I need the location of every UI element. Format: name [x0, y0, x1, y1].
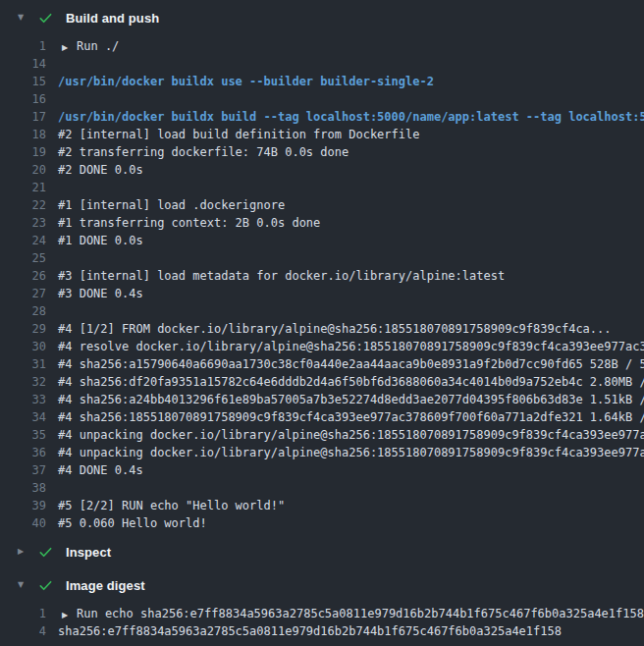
- log-text: #5 0.060 Hello world!: [46, 514, 644, 532]
- line-number[interactable]: 21: [0, 179, 46, 196]
- line-number[interactable]: 19: [0, 143, 46, 161]
- line-number[interactable]: 28: [0, 302, 46, 320]
- check-icon: [38, 578, 53, 593]
- section-header[interactable]: ▼ Build and push: [0, 7, 644, 28]
- line-number[interactable]: 26: [0, 267, 46, 285]
- log-text: #1 transferring context: 2B 0.0s done: [46, 214, 644, 232]
- log-line: 28: [0, 302, 644, 320]
- log-line: 33 #4 sha256:a24bb4013296f61e89ba57005a7…: [0, 391, 644, 408]
- section-header[interactable]: ▶ Inspect: [0, 541, 644, 563]
- log-line: 19 #2 transferring dockerfile: 74B 0.0s …: [0, 143, 644, 161]
- line-number[interactable]: 23: [0, 214, 46, 232]
- log-line: 15 /usr/bin/docker buildx use --builder …: [0, 73, 644, 90]
- line-number[interactable]: 25: [0, 249, 46, 267]
- line-number[interactable]: 16: [0, 90, 46, 108]
- line-number[interactable]: 4: [0, 622, 46, 640]
- log-line: 30 #4 resolve docker.io/library/alpine@s…: [0, 338, 644, 355]
- log-line: 25: [0, 249, 644, 267]
- log-text: #1 DONE 0.0s: [46, 232, 644, 249]
- line-number[interactable]: 18: [0, 126, 46, 143]
- line-number[interactable]: 29: [0, 320, 46, 338]
- log-text: ▶Run ./: [46, 37, 644, 55]
- log-text: #4 sha256:185518070891758909c9f839cf4ca3…: [46, 408, 644, 426]
- section-body: 1 ▶Run echo sha256:e7ff8834a5963a2785c5a…: [0, 605, 644, 640]
- actions-log-viewer: ▼ Build and push 1 ▶Run ./ 14 Using buil…: [0, 0, 644, 646]
- line-number[interactable]: 34: [0, 408, 46, 426]
- log-line: 40 #5 0.060 Hello world!: [0, 514, 644, 532]
- line-number[interactable]: 14: [0, 55, 46, 73]
- chevron-down-icon[interactable]: ▼: [14, 11, 27, 25]
- log-section: ▼ Build and push 1 ▶Run ./ 14 Using buil…: [0, 7, 644, 532]
- log-line: 20 #2 DONE 0.0s: [0, 161, 644, 179]
- line-number[interactable]: 37: [0, 461, 46, 479]
- log-text: #2 DONE 0.0s: [46, 161, 644, 179]
- log-line: 1 ▶Run ./: [0, 37, 644, 55]
- log-line: 18 #2 [internal] load build definition f…: [0, 126, 644, 143]
- section-title: Image digest: [66, 578, 145, 593]
- log-text: #4 sha256:df20fa9351a15782c64e6dddb2d4a6…: [46, 373, 644, 391]
- log-text: #3 DONE 0.4s: [46, 285, 644, 302]
- log-text: #2 [internal] load build definition from…: [46, 126, 644, 143]
- line-number[interactable]: 24: [0, 232, 46, 249]
- log-section: ▼ Image digest 1 ▶Run echo sha256:e7ff88…: [0, 574, 644, 640]
- line-number[interactable]: 31: [0, 355, 46, 373]
- line-number[interactable]: 39: [0, 497, 46, 514]
- log-text: Starting build...: [46, 90, 644, 108]
- log-line: 14 Using builder instance builder-single…: [0, 55, 644, 73]
- section-title: Build and push: [66, 11, 159, 26]
- line-number[interactable]: 40: [0, 514, 46, 532]
- log-text: [46, 479, 644, 497]
- log-line: 38: [0, 479, 644, 497]
- log-line: 22 #1 [internal] load .dockerignore: [0, 196, 644, 214]
- run-command-text: Run echo sha256:e7ff8834a5963a2785c5a081…: [77, 607, 644, 620]
- line-number[interactable]: 20: [0, 161, 46, 179]
- expand-run-icon[interactable]: ▶: [62, 607, 71, 622]
- log-text: #4 sha256:a15790640a6690aa1730c38cf0a440…: [46, 355, 644, 373]
- log-line: 24 #1 DONE 0.0s: [0, 232, 644, 249]
- log-text: [46, 249, 644, 267]
- log-line: 29 #4 [1/2] FROM docker.io/library/alpin…: [0, 320, 644, 338]
- section-title: Inspect: [66, 545, 111, 560]
- log-line: 34 #4 sha256:185518070891758909c9f839cf4…: [0, 408, 644, 426]
- section-body: 1 ▶Run ./ 14 Using builder instance buil…: [0, 37, 644, 532]
- chevron-down-icon[interactable]: ▼: [14, 578, 27, 592]
- line-number[interactable]: 1: [0, 37, 46, 55]
- log-line: 26 #3 [internal] load metadata for docke…: [0, 267, 644, 285]
- log-line: 37 #4 DONE 0.4s: [0, 461, 644, 479]
- log-line: 23 #1 transferring context: 2B 0.0s done: [0, 214, 644, 232]
- log-text: #2 transferring dockerfile: 74B 0.0s don…: [46, 143, 644, 161]
- log-line: 4 sha256:e7ff8834a5963a2785c5a0811e979d1…: [0, 622, 644, 640]
- line-number[interactable]: 32: [0, 373, 46, 391]
- log-text: ▶Run echo sha256:e7ff8834a5963a2785c5a08…: [46, 605, 644, 622]
- check-icon: [38, 545, 53, 560]
- log-line: 16 Starting build...: [0, 90, 644, 108]
- line-number[interactable]: 27: [0, 285, 46, 302]
- expand-run-icon[interactable]: ▶: [62, 39, 71, 55]
- log-text: #5 [2/2] RUN echo "Hello world!": [46, 497, 644, 514]
- log-text: #4 resolve docker.io/library/alpine@sha2…: [46, 338, 644, 355]
- line-number[interactable]: 17: [0, 108, 46, 126]
- log-text: #4 DONE 0.4s: [46, 461, 644, 479]
- line-number[interactable]: 15: [0, 73, 46, 90]
- line-number[interactable]: 33: [0, 391, 46, 408]
- log-text: #4 unpacking docker.io/library/alpine@sh…: [46, 426, 644, 444]
- line-number[interactable]: 22: [0, 196, 46, 214]
- line-number[interactable]: 38: [0, 479, 46, 497]
- log-text: /usr/bin/docker buildx use --builder bui…: [46, 73, 644, 90]
- log-line: 27 #3 DONE 0.4s: [0, 285, 644, 302]
- chevron-right-icon[interactable]: ▶: [14, 545, 27, 559]
- line-number[interactable]: 35: [0, 426, 46, 444]
- log-line: 1 ▶Run echo sha256:e7ff8834a5963a2785c5a…: [0, 605, 644, 622]
- run-command-text: Run ./: [77, 39, 119, 53]
- line-number[interactable]: 36: [0, 444, 46, 461]
- line-number[interactable]: 30: [0, 338, 46, 355]
- log-text: #4 [1/2] FROM docker.io/library/alpine@s…: [46, 320, 644, 338]
- section-header[interactable]: ▼ Image digest: [0, 574, 644, 596]
- log-text: [46, 179, 644, 196]
- log-line: 39 #5 [2/2] RUN echo "Hello world!": [0, 497, 644, 514]
- log-line: 35 #4 unpacking docker.io/library/alpine…: [0, 426, 644, 444]
- line-number[interactable]: 1: [0, 605, 46, 622]
- check-icon: [38, 11, 53, 26]
- log-line: 32 #4 sha256:df20fa9351a15782c64e6dddb2d…: [0, 373, 644, 391]
- log-line: 17 /usr/bin/docker buildx build --tag lo…: [0, 108, 644, 126]
